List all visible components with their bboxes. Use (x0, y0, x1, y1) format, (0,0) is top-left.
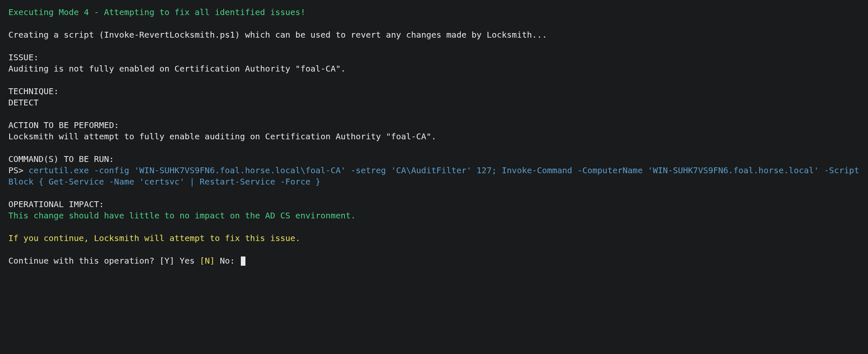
revert-script-name: Invoke-RevertLocksmith.ps1 (104, 30, 235, 40)
impact-text: This change should have little to no imp… (8, 210, 356, 221)
script-line: Creating a script (Invoke-RevertLocksmit… (8, 30, 547, 40)
technique-label: TECHNIQUE: (8, 86, 59, 96)
yes-word: Yes (174, 256, 199, 266)
no-key: N (205, 256, 210, 266)
impact-label: OPERATIONAL IMPACT: (8, 199, 104, 209)
technique-text: DETECT (8, 97, 38, 108)
issue-label: ISSUE: (8, 52, 38, 62)
mode-header: Executing Mode 4 - Attempting to fix all… (8, 7, 305, 17)
terminal-output: Executing Mode 4 - Attempting to fix all… (0, 0, 868, 267)
script-line-post: ) which can be used to revert any change… (235, 30, 547, 40)
confirm-prompt-text: Continue with this operation? (8, 256, 159, 266)
commands-label: COMMAND(S) TO BE RUN: (8, 154, 114, 164)
confirm-prompt[interactable]: Continue with this operation? [Y] Yes [N… (8, 256, 245, 266)
no-word: No: (215, 256, 240, 266)
script-line-pre: Creating a script ( (8, 30, 104, 40)
yes-bracket-close: ] (169, 256, 174, 266)
action-label: ACTION TO BE PEFORMED: (8, 120, 119, 130)
yes-key: Y (164, 256, 169, 266)
issue-text: Auditing is not fully enabled on Certifi… (8, 64, 346, 74)
no-bracket-open: [ (200, 256, 205, 266)
continue-warning: If you continue, Locksmith will attempt … (8, 233, 300, 243)
ps-prompt: PS> (8, 165, 28, 175)
command-text: certutil.exe -config 'WIN-SUHK7VS9FN6.fo… (8, 165, 859, 187)
yes-bracket-open: [ (159, 256, 164, 266)
no-bracket-close: ] (210, 256, 215, 266)
action-text: Locksmith will attempt to fully enable a… (8, 131, 437, 141)
input-cursor[interactable] (241, 257, 245, 266)
